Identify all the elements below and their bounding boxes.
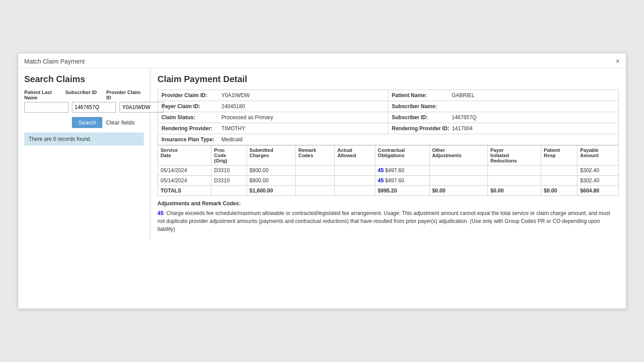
cell-payable-amount: $302.40	[577, 176, 619, 186]
table-header-row: ServiceDate ProcCode(Orig) SubmittedChar…	[158, 146, 619, 166]
modal-container: Match Claim Payment × Search Claims Pati…	[18, 53, 626, 309]
close-button[interactable]: ×	[616, 58, 620, 65]
rendering-provider-field-label: Rendering Provider:	[161, 125, 219, 132]
contractual-code: 45	[378, 177, 384, 184]
detail-section-title: Claim Payment Detail	[157, 74, 619, 84]
form-labels-row: Patient Last Name Subscriber ID Provider…	[24, 90, 144, 100]
cell-payable-amount: $302.40	[577, 166, 619, 176]
rendering-provider-value: TIMOTHY	[221, 125, 245, 132]
col-actual-allowed: ActualAllowed	[335, 146, 375, 166]
adjustment-code: 45	[157, 210, 163, 216]
col-contractual-obligations: ContractualObligations	[375, 146, 429, 166]
cell-actual-allowed	[335, 166, 375, 176]
rendering-provider-id-cell: Rendering Provider ID: 1417004	[388, 123, 618, 134]
cell-other-adjustments	[429, 176, 487, 186]
info-grid: Provider Claim ID: Y0A1IWDW Patient Name…	[157, 90, 619, 145]
patient-name-field-label: Patient Name:	[392, 92, 449, 98]
col-other-adjustments: OtherAdjustments	[429, 146, 487, 166]
totals-actual-allowed	[335, 186, 375, 196]
adjustment-title: Adjustments and Remark Codes:	[157, 200, 619, 207]
col-proc-code: ProcCode(Orig)	[211, 146, 247, 166]
col-payable-amount: PayableAmount	[577, 146, 619, 166]
totals-payable-amount: $604.80	[577, 186, 619, 196]
detail-panel: Claim Payment Detail Provider Claim ID: …	[150, 68, 626, 239]
claims-table: ServiceDate ProcCode(Orig) SubmittedChar…	[157, 145, 619, 196]
buttons-row: Search Clear fields	[72, 117, 144, 128]
table-row: 05/14/2024 D3310 $800.00 45$497.60 $302.…	[158, 176, 619, 186]
patient-name-cell: Patient Name: GABRIEL	[388, 90, 618, 101]
cell-other-adjustments	[429, 166, 487, 176]
col-service-date: ServiceDate	[158, 146, 211, 166]
subscriber-name-field-label: Subscriber Name:	[392, 103, 449, 109]
rendering-provider-id-field-label: Rendering Provider ID:	[392, 125, 449, 132]
cell-patient-resp	[541, 166, 577, 176]
insurance-plan-type-cell: Insurance Plan Type: Medicaid	[158, 134, 618, 145]
cell-patient-resp	[541, 176, 577, 186]
table-totals-row: TOTALS $1,600.00 $995.20 $0.00 $0.00 $0.…	[158, 186, 619, 196]
subscriber-name-cell: Subscriber Name:	[388, 101, 618, 112]
cell-actual-allowed	[335, 176, 375, 186]
cell-contractual-obligations: 45$497.60	[375, 166, 429, 176]
totals-label: TOTALS	[158, 186, 211, 196]
cell-proc-code: D3310	[211, 166, 247, 176]
claim-status-value: Processed as Primary	[221, 114, 273, 121]
rendering-provider-id-value: 1417004	[452, 125, 473, 132]
subscriber-id-value: 1467657Q	[452, 114, 476, 121]
form-inputs-row	[24, 102, 144, 113]
cell-submitted-charges: $800.00	[247, 176, 296, 186]
table-row: 05/14/2024 D3310 $800.00 45$497.60 $302.…	[158, 166, 619, 176]
claim-status-cell: Claim Status: Processed as Primary	[158, 112, 388, 123]
provider-claim-id-field-label: Provider Claim ID:	[161, 92, 219, 98]
adjustment-description: : Charge exceeds fee schedule/maximum al…	[157, 210, 610, 232]
payer-claim-id-field-label: Payer Claim ID:	[161, 103, 219, 109]
insurance-plan-type-value: Medicaid	[221, 136, 243, 143]
totals-proc-code	[211, 186, 247, 196]
search-panel: Search Claims Patient Last Name Subscrib…	[18, 68, 150, 239]
col-payer-initiated-reductions: PayerInitiatedReductions	[487, 146, 541, 166]
cell-submitted-charges: $800.00	[247, 166, 296, 176]
totals-contractual-obligations: $995.20	[375, 186, 429, 196]
adjustment-section: Adjustments and Remark Codes: 45: Charge…	[157, 200, 619, 233]
cell-proc-code: D3310	[211, 176, 247, 186]
payer-claim-id-cell: Payer Claim ID: 24045180	[158, 101, 388, 112]
clear-fields-button[interactable]: Clear fields	[106, 119, 135, 126]
cell-payer-initiated-reductions	[487, 166, 541, 176]
patient-name-value: GABRIEL	[452, 92, 475, 98]
cell-payer-initiated-reductions	[487, 176, 541, 186]
totals-submitted-charges: $1,600.00	[247, 186, 296, 196]
contractual-code: 45	[378, 167, 384, 173]
patient-last-name-label: Patient Last Name	[24, 90, 62, 100]
totals-remark-codes	[296, 186, 335, 196]
col-patient-resp: PatientResp	[541, 146, 577, 166]
payer-claim-id-value: 24045180	[221, 103, 245, 109]
subscriber-id-input[interactable]	[72, 102, 116, 113]
provider-claim-id-value: Y0A1IWDW	[221, 92, 250, 98]
cell-remark-codes	[296, 176, 335, 186]
cell-contractual-obligations: 45$497.60	[375, 176, 429, 186]
no-records-message: There are 0 records found.	[24, 132, 144, 146]
provider-claim-id-label: Provider Claim ID	[106, 90, 144, 100]
modal-title: Match Claim Payment	[24, 58, 85, 65]
cell-service-date: 05/14/2024	[158, 166, 211, 176]
subscriber-id-label: Subscriber ID	[65, 90, 103, 100]
search-section-title: Search Claims	[24, 74, 144, 84]
totals-payer-initiated-reductions: $0.00	[487, 186, 541, 196]
patient-last-name-input[interactable]	[24, 102, 68, 113]
modal-title-bar: Match Claim Payment ×	[18, 53, 626, 68]
rendering-provider-cell: Rendering Provider: TIMOTHY	[158, 123, 388, 134]
col-submitted-charges: SubmittedCharges	[247, 146, 296, 166]
search-button[interactable]: Search	[72, 117, 102, 128]
totals-patient-resp: $0.00	[541, 186, 577, 196]
totals-other-adjustments: $0.00	[429, 186, 487, 196]
col-remark-codes: RemarkCodes	[296, 146, 335, 166]
subscriber-id-cell: Subscriber ID: 1467657Q	[388, 112, 618, 123]
subscriber-id-field-label: Subscriber ID:	[392, 114, 449, 121]
insurance-plan-type-field-label: Insurance Plan Type:	[161, 136, 219, 143]
adjustment-text: 45: Charge exceeds fee schedule/maximum …	[157, 209, 619, 233]
modal-body: Search Claims Patient Last Name Subscrib…	[18, 68, 626, 239]
claim-status-field-label: Claim Status:	[161, 114, 219, 121]
cell-service-date: 05/14/2024	[158, 176, 211, 186]
cell-remark-codes	[296, 166, 335, 176]
provider-claim-id-cell: Provider Claim ID: Y0A1IWDW	[158, 90, 388, 101]
